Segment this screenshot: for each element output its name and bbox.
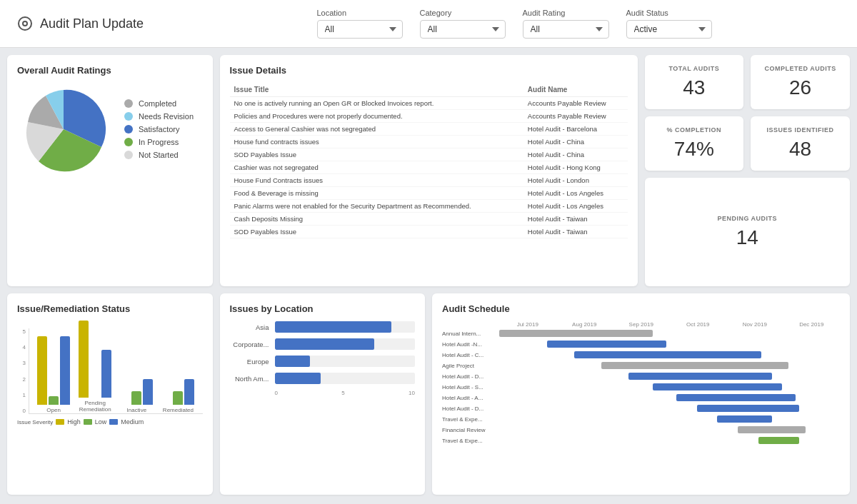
remediated-medium-bar (184, 379, 194, 405)
gantt-row-6: Hotel Audit - A... (442, 393, 840, 402)
inactive-group: Inactive (120, 379, 153, 413)
issue-cell: Cash Deposits Missing (230, 213, 523, 226)
issue-cell: No one is actively running an Open GR or… (230, 97, 523, 110)
bars-area: Open PendingRemediation (29, 328, 203, 414)
location-select[interactable]: AllAsiaCorporateEuropeNorth America (317, 20, 403, 39)
issue-cell: SOD Payables Issue (230, 226, 523, 238)
pie-chart (17, 83, 110, 176)
issues-identified-label: ISSUES IDENTIFIED (767, 126, 834, 133)
horizontal-bar-chart: Asia Corporate... Europe North Am... (230, 321, 416, 384)
audit-name-col: Audit Name (523, 83, 628, 97)
issue-table: Issue Title Audit Name No one is activel… (230, 83, 628, 238)
issue-cell: House fund contracts issues (230, 136, 523, 148)
audit-cell: Accounts Payable Review (523, 110, 628, 123)
gantt-row-1: Hotel Audit -N... (442, 340, 840, 348)
not-started-dot (124, 151, 133, 159)
remediated-low-bar (173, 391, 183, 405)
open-group: Open (37, 336, 70, 413)
total-audits-value: 43 (683, 76, 705, 99)
audit-status-select[interactable]: ActiveCompletedPendingInactive (626, 20, 712, 39)
total-audits-label: TOTAL AUDITS (669, 65, 720, 72)
svg-point-0 (19, 17, 31, 30)
north-america-track (275, 373, 416, 384)
audit-rating-filter: Audit Rating AllSatisfactoryNeeds Revisi… (523, 9, 609, 39)
audit-cell: Hotel Audit - London (523, 174, 628, 187)
remediated-group: Remediated (161, 379, 194, 413)
bar-hotel-d2 (697, 405, 799, 412)
gantt-row-0: Annual Intern... (442, 329, 840, 338)
svg-point-1 (23, 21, 27, 26)
category-select[interactable]: AllFinancialOperationalCompliance (420, 20, 506, 39)
audit-cell: Hotel Audit - Los Angeles (523, 187, 628, 200)
stats-row-1: TOTAL AUDITS 43 COMPLETED AUDITS 26 (645, 55, 851, 109)
legend-medium: Medium (109, 418, 144, 425)
medium-color (109, 419, 118, 425)
asia-bar (275, 321, 391, 333)
month-aug: Aug 2019 (556, 321, 613, 328)
month-sep: Sep 2019 (613, 321, 670, 328)
completion-pct-card: % COMPLETION 74% (645, 116, 744, 171)
table-row: Food & Beverage is missingHotel Audit - … (230, 187, 628, 200)
open-high-bar (37, 336, 47, 405)
in-progress-dot (124, 138, 133, 146)
table-row: House fund contracts issuesHotel Audit -… (230, 136, 628, 148)
bar-hotel-c (574, 351, 761, 358)
pending-audits-label: PENDING AUDITS (717, 215, 777, 222)
y-axis: 0 1 2 3 4 5 (17, 328, 26, 414)
gantt-chart: Jul 2019 Aug 2019 Sep 2019 Oct 2019 Nov … (442, 321, 840, 447)
table-row: SOD Payables IssueHotel Audit - China (230, 148, 628, 161)
app-title: Audit Plan Update (17, 16, 160, 31)
corporate-row: Corporate... (230, 338, 416, 350)
bar-hotel-a (676, 394, 796, 401)
issue-cell: SOD Payables Issue (230, 148, 523, 161)
inactive-low-bar (131, 391, 141, 405)
inactive-label: Inactive (127, 407, 147, 413)
north-america-row: North Am... (230, 373, 416, 384)
issue-details-title: Issue Details (230, 65, 628, 76)
gantt-row-8: Travel & Expe... (442, 415, 840, 423)
legend-low: Low (84, 418, 107, 425)
legend-high: High (56, 418, 81, 425)
audit-rating-select[interactable]: AllSatisfactoryNeeds RevisionUnsatisfact… (523, 20, 609, 39)
high-color (56, 419, 64, 425)
bar-travel2 (758, 437, 799, 444)
audit-cell: Hotel Audit - China (523, 136, 628, 148)
corporate-bar (275, 338, 375, 350)
asia-row: Asia (230, 321, 416, 333)
audit-schedule-title: Audit Schedule (442, 303, 840, 314)
audit-status-filter: Audit Status ActiveCompletedPendingInact… (626, 9, 712, 39)
table-row: House Fund Contracts issuesHotel Audit -… (230, 174, 628, 187)
total-audits-card: TOTAL AUDITS 43 (645, 55, 744, 109)
table-row: SOD Payables IssueHotel Audit - Taiwan (230, 226, 628, 238)
header: Audit Plan Update Location AllAsiaCorpor… (0, 0, 857, 48)
month-oct: Oct 2019 (670, 321, 727, 328)
stats-grid: TOTAL AUDITS 43 COMPLETED AUDITS 26 % CO… (645, 55, 851, 286)
bar-hotel-s (653, 383, 782, 390)
issue-remediation-title: Issue/Remediation Status (17, 303, 203, 314)
legend-not-started: Not Started (124, 151, 194, 159)
europe-label: Europe (230, 358, 269, 366)
europe-track (275, 356, 416, 367)
audit-cell: Hotel Audit - Barcelona (523, 123, 628, 136)
table-row: No one is actively running an Open GR or… (230, 97, 628, 110)
north-america-label: North Am... (230, 375, 269, 383)
issue-severity-label: Issue Severity (17, 419, 53, 425)
low-color (84, 419, 92, 425)
issue-remediation-card: Issue/Remediation Status 0 1 2 3 4 5 (7, 293, 213, 495)
bar-agile (601, 362, 788, 369)
bar-annual (499, 330, 653, 337)
audit-cell: Hotel Audit - Taiwan (523, 213, 628, 226)
open-medium-bar (60, 336, 70, 405)
completed-audits-value: 26 (789, 76, 811, 99)
audit-cell: Hotel Audit - China (523, 148, 628, 161)
gantt-row-4: Hotel Audit - D... (442, 372, 840, 380)
app-icon (17, 16, 33, 31)
table-row: Panic Alarms were not enabled for the Se… (230, 200, 628, 213)
audit-cell: Hotel Audit - Taiwan (523, 226, 628, 238)
bar-chart-area: 0 1 2 3 4 5 Open (17, 321, 203, 414)
inactive-medium-bar (143, 379, 153, 405)
gantt-row-5: Hotel Audit - S... (442, 383, 840, 391)
pending-high-bar (79, 321, 89, 398)
chart-legend: Issue Severity High Low Medium (17, 418, 203, 425)
issue-title-col: Issue Title (230, 83, 523, 97)
